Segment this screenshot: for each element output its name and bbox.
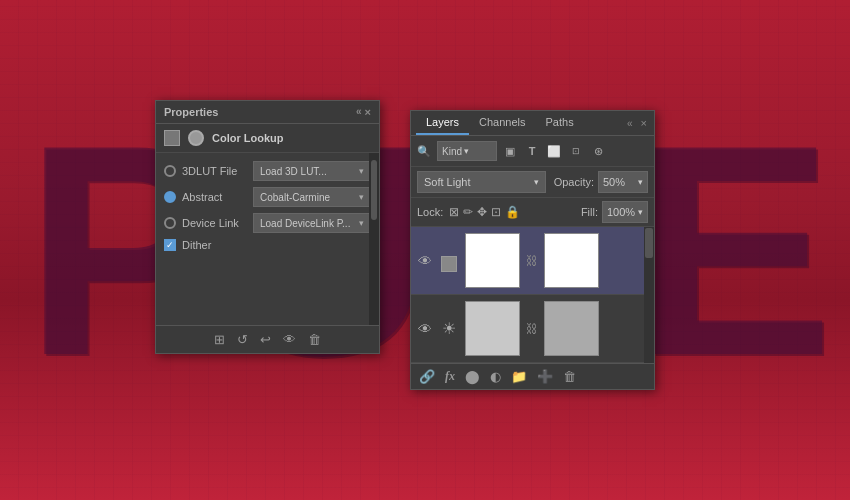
device-link-row: Device Link Load DeviceLink P... [164, 213, 371, 233]
color-lookup-label: Color Lookup [212, 132, 284, 144]
properties-panel-header: Properties « × [156, 101, 379, 124]
layer-2-visibility-icon[interactable]: 👁 [417, 321, 433, 337]
abstract-dropdown-text: Cobalt-Carmine [260, 192, 330, 203]
tab-paths[interactable]: Paths [536, 111, 584, 135]
tab-layers[interactable]: Layers [416, 111, 469, 135]
body-spacer [164, 257, 371, 317]
link-layers-icon[interactable]: 🔗 [419, 369, 435, 384]
folder-icon[interactable]: 📁 [511, 369, 527, 384]
layer-2-mask-thumbnail [544, 301, 599, 356]
lut-file-dropdown[interactable]: Load 3D LUT... [253, 161, 371, 181]
properties-close-btn[interactable]: × [365, 106, 371, 118]
circle-view-icon[interactable] [188, 130, 204, 146]
visibility-icon[interactable]: 👁 [283, 332, 296, 347]
layers-panel: Layers Channels Paths « × 🔍 Kind ▣ T ⬜ ⊡… [410, 110, 655, 390]
dither-row: Dither [164, 239, 371, 251]
layer-2-type-icon: ☀ [439, 319, 459, 338]
abstract-label: Abstract [182, 191, 247, 203]
reset-icon[interactable]: ↩ [260, 332, 271, 347]
lock-label: Lock: [417, 206, 443, 218]
device-link-label: Device Link [182, 217, 247, 229]
dither-label: Dither [182, 239, 211, 251]
lock-icons-group: ⊠ ✏ ✥ ⊡ 🔒 [449, 205, 520, 219]
fx-icon[interactable]: fx [445, 369, 455, 384]
layers-footer-icons: 🔗 fx ⬤ ◐ 📁 ➕ 🗑 [419, 369, 576, 384]
layers-list-scrollbar[interactable] [644, 227, 654, 363]
abstract-row: Abstract Cobalt-Carmine [164, 187, 371, 207]
layers-panel-footer: 🔗 fx ⬤ ◐ 📁 ➕ 🗑 [411, 363, 654, 389]
fill-section: Fill: 100% [581, 201, 648, 223]
opacity-dropdown[interactable]: 50% [598, 171, 648, 193]
properties-body: 3DLUT File Load 3D LUT... Abstract Cobal… [156, 153, 379, 325]
layer-1-type-icon [439, 249, 459, 272]
dither-checkbox[interactable] [164, 239, 176, 251]
properties-scroll-thumb [371, 160, 377, 220]
layer-2-chain-icon[interactable]: ⛓ [526, 322, 538, 336]
lock-fill-row: Lock: ⊠ ✏ ✥ ⊡ 🔒 Fill: 100% [411, 198, 654, 227]
lock-artboard-icon[interactable]: ⊡ [491, 205, 501, 219]
layers-kind-toolbar: 🔍 Kind ▣ T ⬜ ⊡ ⊛ [411, 136, 654, 167]
mask-icon[interactable]: ◐ [490, 369, 501, 384]
device-link-radio[interactable] [164, 217, 176, 229]
abstract-dropdown[interactable]: Cobalt-Carmine [253, 187, 371, 207]
fill-label: Fill: [581, 206, 598, 218]
link-history-icon[interactable]: ↺ [237, 332, 248, 347]
layers-list-scroll-thumb [645, 228, 653, 258]
properties-title: Properties [164, 106, 218, 118]
new-layer-icon[interactable]: ➕ [537, 369, 553, 384]
kind-dropdown-text: Kind [442, 146, 462, 157]
layer-1-chain-icon[interactable]: ⛓ [526, 254, 538, 268]
properties-footer: ⊞ ↺ ↩ 👁 🗑 [156, 325, 379, 353]
blend-opacity-row: Soft Light Opacity: 50% [411, 167, 654, 198]
blend-mode-text: Soft Light [424, 176, 470, 188]
sun-layer-icon: ☀ [442, 320, 456, 337]
kind-label: 🔍 [417, 145, 431, 158]
grid-layer-icon [441, 256, 457, 272]
stamp-icon[interactable]: ⊞ [214, 332, 225, 347]
layer-1-mask-thumbnail [544, 233, 599, 288]
abstract-radio[interactable] [164, 191, 176, 203]
lut-file-radio[interactable] [164, 165, 176, 177]
pixel-filter-icon[interactable]: ▣ [501, 142, 519, 160]
kind-dropdown[interactable]: Kind [437, 141, 497, 161]
lock-image-icon[interactable]: ✏ [463, 205, 473, 219]
device-link-dropdown[interactable]: Load DeviceLink P... [253, 213, 371, 233]
adjust-filter-icon[interactable]: ⊛ [589, 142, 607, 160]
layer-item-1[interactable]: 👁 ⛓ [411, 227, 654, 295]
layer-1-visibility-icon[interactable]: 👁 [417, 253, 433, 269]
color-lookup-row: Color Lookup [156, 124, 379, 153]
lut-file-dropdown-text: Load 3D LUT... [260, 166, 327, 177]
opacity-label: Opacity: [554, 176, 594, 188]
lut-file-label: 3DLUT File [182, 165, 247, 177]
delete-icon[interactable]: 🗑 [308, 332, 321, 347]
collapse-arrows[interactable]: « [356, 106, 362, 118]
lock-position-icon[interactable]: ✥ [477, 205, 487, 219]
text-filter-icon[interactable]: T [523, 142, 541, 160]
layers-list: 👁 ⛓ 👁 ☀ ⛓ [411, 227, 654, 363]
fill-dropdown[interactable]: 100% [602, 201, 648, 223]
fill-value: 100% [607, 206, 635, 218]
properties-panel: Properties « × Color Lookup 3DLUT File L… [155, 100, 380, 354]
layer-item-2[interactable]: 👁 ☀ ⛓ [411, 295, 654, 363]
layers-collapse-btn[interactable]: « [625, 117, 635, 130]
properties-scrollbar[interactable] [369, 153, 379, 325]
layer-2-thumbnail [465, 301, 520, 356]
new-fill-icon[interactable]: ⬤ [465, 369, 480, 384]
grid-view-icon[interactable] [164, 130, 180, 146]
opacity-value: 50% [603, 176, 625, 188]
lock-all-icon[interactable]: 🔒 [505, 205, 520, 219]
tab-channels[interactable]: Channels [469, 111, 535, 135]
layers-close-btn[interactable]: × [639, 116, 649, 130]
shape-filter-icon[interactable]: ⬜ [545, 142, 563, 160]
delete-layer-icon[interactable]: 🗑 [563, 369, 576, 384]
layer-1-thumbnail [465, 233, 520, 288]
lock-transparent-icon[interactable]: ⊠ [449, 205, 459, 219]
blend-mode-dropdown[interactable]: Soft Light [417, 171, 546, 193]
device-link-dropdown-text: Load DeviceLink P... [260, 218, 350, 229]
layers-tabs-bar: Layers Channels Paths « × [411, 111, 654, 136]
smart-filter-icon[interactable]: ⊡ [567, 142, 585, 160]
lut-file-row: 3DLUT File Load 3D LUT... [164, 161, 371, 181]
tabs-group: Layers Channels Paths [416, 111, 584, 135]
